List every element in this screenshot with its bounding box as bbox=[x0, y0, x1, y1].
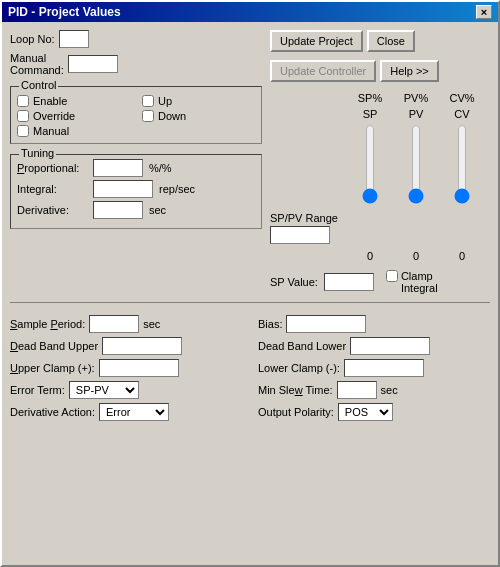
clamp-integral-section: Clamp Integral bbox=[386, 270, 438, 294]
close-button[interactable]: Close bbox=[367, 30, 415, 52]
sliders-row bbox=[270, 124, 490, 204]
manual-command-row: Manual Command: 0 bbox=[10, 52, 262, 76]
derivative-action-select[interactable]: Error PV SP bbox=[99, 403, 169, 421]
dead-band-lower-input[interactable]: 0 bbox=[350, 337, 430, 355]
manual-label: Manual Command: bbox=[10, 52, 64, 76]
derivative-row: Derivative: 0.00 sec bbox=[17, 201, 255, 219]
dead-band-lower-label: Dead Band Lower bbox=[258, 340, 346, 352]
pv-slider[interactable] bbox=[403, 124, 429, 204]
pv-slider-col bbox=[394, 124, 438, 204]
pv-pct-label: PV% bbox=[394, 92, 438, 104]
override-checkbox[interactable] bbox=[17, 110, 29, 122]
output-polarity-row: Output Polarity: POS NEG bbox=[258, 403, 490, 421]
bottom-grid: Sample Period: 0.00 sec Bias: 0 Dead Ban… bbox=[10, 315, 490, 421]
control-checkboxes: Enable Up Override Down bbox=[17, 91, 255, 137]
integral-unit: rep/sec bbox=[159, 183, 195, 195]
bias-label: Bias: bbox=[258, 318, 282, 330]
min-slew-unit: sec bbox=[381, 384, 398, 396]
sp-pv-range-input[interactable]: 0 bbox=[270, 226, 330, 244]
slider-bottom-vals: 0 0 0 bbox=[270, 250, 490, 262]
dead-band-lower-row: Dead Band Lower 0 bbox=[258, 337, 490, 355]
title-text: PID - Project Values bbox=[8, 5, 121, 19]
sample-period-row: Sample Period: 0.00 sec bbox=[10, 315, 242, 333]
up-checkbox[interactable] bbox=[142, 95, 154, 107]
output-polarity-select[interactable]: POS NEG bbox=[338, 403, 393, 421]
sample-period-label: Sample Period: bbox=[10, 318, 85, 330]
min-slew-label: Min Slew Time: bbox=[258, 384, 333, 396]
right-section: Update Project Close Update Controller H… bbox=[270, 30, 490, 294]
down-label: Down bbox=[158, 110, 186, 122]
down-checkbox[interactable] bbox=[142, 110, 154, 122]
update-project-button[interactable]: Update Project bbox=[270, 30, 363, 52]
update-controller-button[interactable]: Update Controller bbox=[270, 60, 376, 82]
upper-clamp-input[interactable]: 0 bbox=[99, 359, 179, 377]
bias-input[interactable]: 0 bbox=[286, 315, 366, 333]
slider-col-labels: SP PV CV bbox=[270, 108, 490, 120]
sp-value-input[interactable]: 0 bbox=[324, 273, 374, 291]
slider-pct-labels: SP% PV% CV% bbox=[270, 92, 490, 104]
separator bbox=[10, 302, 490, 303]
lower-clamp-label: Lower Clamp (-): bbox=[258, 362, 340, 374]
manual-checkbox[interactable] bbox=[17, 125, 29, 137]
dead-band-upper-label: Dead Band Upper bbox=[10, 340, 98, 352]
bias-row: Bias: 0 bbox=[258, 315, 490, 333]
error-term-select[interactable]: SP-PV PV-SP bbox=[69, 381, 139, 399]
override-label: Override bbox=[33, 110, 75, 122]
close-icon[interactable]: × bbox=[476, 5, 492, 19]
cv-col-label: CV bbox=[440, 108, 484, 120]
error-term-row: Error Term: SP-PV PV-SP bbox=[10, 381, 242, 399]
manual-label-cb: Manual bbox=[33, 125, 69, 137]
up-checkbox-row: Up bbox=[142, 95, 255, 107]
clamp-label2: Integral bbox=[401, 282, 438, 294]
override-checkbox-row: Override bbox=[17, 110, 130, 122]
pv-bottom-val: 0 bbox=[394, 250, 438, 262]
sp-bottom-val: 0 bbox=[348, 250, 392, 262]
sp-slider-col bbox=[348, 124, 392, 204]
up-label: Up bbox=[158, 95, 172, 107]
derivative-input[interactable]: 0.00 bbox=[93, 201, 143, 219]
enable-checkbox-row: Enable bbox=[17, 95, 130, 107]
loop-no-input[interactable]: 0 bbox=[59, 30, 89, 48]
enable-label: Enable bbox=[33, 95, 67, 107]
cv-slider[interactable] bbox=[449, 124, 475, 204]
tuning-group: Tuning Proportional: 0.00 %/% Integral: … bbox=[10, 154, 262, 229]
pv-col-label: PV bbox=[394, 108, 438, 120]
sp-value-row: SP Value: 0 Clamp Integral bbox=[270, 270, 490, 294]
integral-row: Integral: 0.000 rep/sec bbox=[17, 180, 255, 198]
min-slew-row: Min Slew Time: 0 sec bbox=[258, 381, 490, 399]
min-slew-input[interactable]: 0 bbox=[337, 381, 377, 399]
sample-period-unit: sec bbox=[143, 318, 160, 330]
cv-bottom-val: 0 bbox=[440, 250, 484, 262]
error-term-label: Error Term: bbox=[10, 384, 65, 396]
integral-input[interactable]: 0.000 bbox=[93, 180, 153, 198]
lower-clamp-row: Lower Clamp (-): 0 bbox=[258, 359, 490, 377]
derivative-unit: sec bbox=[149, 204, 166, 216]
manual-command-input[interactable]: 0 bbox=[68, 55, 118, 73]
cv-pct-label: CV% bbox=[440, 92, 484, 104]
lower-clamp-input[interactable]: 0 bbox=[344, 359, 424, 377]
sp-value-label: SP Value: bbox=[270, 276, 318, 288]
dead-band-upper-input[interactable]: 0 bbox=[102, 337, 182, 355]
proportional-input[interactable]: 0.00 bbox=[93, 159, 143, 177]
sample-period-input[interactable]: 0.00 bbox=[89, 315, 139, 333]
control-group-title: Control bbox=[19, 79, 58, 91]
upper-clamp-label: Upper Clamp (+): bbox=[10, 362, 95, 374]
enable-checkbox[interactable] bbox=[17, 95, 29, 107]
loop-no-row: Loop No: 0 bbox=[10, 30, 262, 48]
tuning-group-title: Tuning bbox=[19, 147, 56, 159]
integral-label: Integral: bbox=[17, 183, 89, 195]
sp-col-label: SP bbox=[348, 108, 392, 120]
down-checkbox-row: Down bbox=[142, 110, 255, 122]
clamp-integral-checkbox[interactable] bbox=[386, 270, 398, 282]
second-buttons-row: Update Controller Help >> bbox=[270, 60, 490, 82]
cv-slider-col bbox=[440, 124, 484, 204]
upper-clamp-row: Upper Clamp (+): 0 bbox=[10, 359, 242, 377]
help-button[interactable]: Help >> bbox=[380, 60, 439, 82]
sp-pct-label: SP% bbox=[348, 92, 392, 104]
loop-no-label: Loop No: bbox=[10, 33, 55, 45]
pid-window: PID - Project Values × Loop No: 0 Manual… bbox=[0, 0, 500, 567]
sp-slider[interactable] bbox=[357, 124, 383, 204]
output-polarity-label: Output Polarity: bbox=[258, 406, 334, 418]
derivative-label: Derivative: bbox=[17, 204, 89, 216]
control-group: Control Enable Up Override bbox=[10, 86, 262, 144]
